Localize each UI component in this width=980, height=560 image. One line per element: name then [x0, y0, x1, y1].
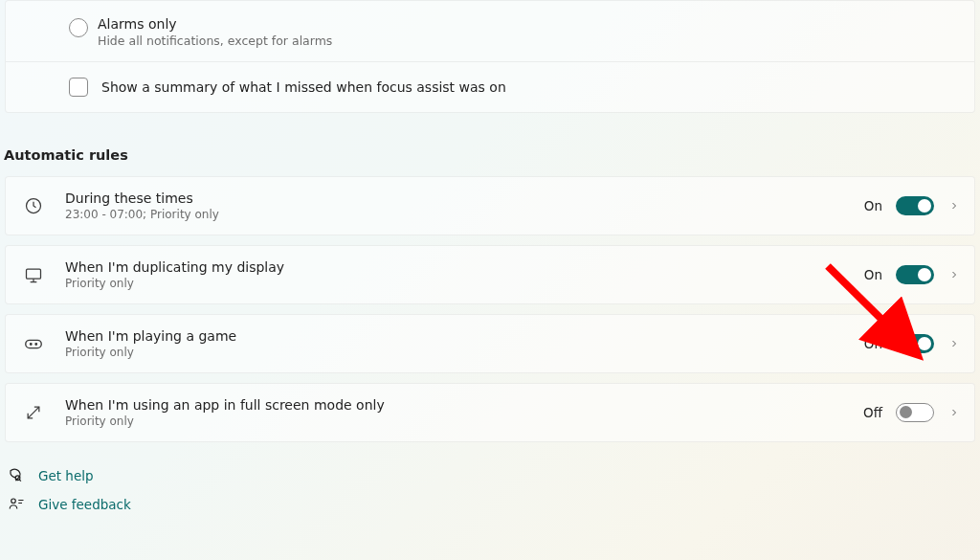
rule-fullscreen-app[interactable]: When I'm using an app in full screen mod…: [5, 383, 975, 442]
option-alarms-only-sub: Hide all notifications, except for alarm…: [98, 34, 332, 48]
help-icon: [8, 467, 25, 484]
chevron-right-icon[interactable]: [947, 199, 961, 213]
rule-duplicate-display[interactable]: When I'm duplicating my display Priority…: [5, 245, 975, 304]
svg-point-4: [35, 344, 36, 345]
chevron-right-icon[interactable]: [947, 337, 961, 350]
option-show-summary-label: Show a summary of what I missed when foc…: [101, 79, 506, 95]
help-links: Get help Give feedback: [8, 461, 980, 519]
toggle-state-label: On: [864, 336, 882, 351]
get-help-label: Get help: [38, 468, 94, 483]
rule-title: During these times: [65, 190, 219, 206]
game-controller-icon: [23, 333, 44, 354]
option-show-summary[interactable]: Show a summary of what I missed when foc…: [6, 61, 974, 112]
rule-sub: 23:00 - 07:00; Priority only: [65, 208, 219, 221]
rule-during-times[interactable]: During these times 23:00 - 07:00; Priori…: [5, 176, 975, 235]
svg-rect-2: [26, 340, 42, 347]
give-feedback-label: Give feedback: [38, 497, 131, 512]
rule-game-toggle[interactable]: [896, 334, 934, 353]
rule-title: When I'm using an app in full screen mod…: [65, 397, 385, 413]
rule-duplicate-display-toggle[interactable]: [896, 265, 934, 284]
chevron-right-icon[interactable]: [947, 268, 961, 281]
toggle-state-label: Off: [863, 405, 882, 420]
toggle-state-label: On: [864, 267, 882, 282]
focus-assist-options-panel: Alarms only Hide all notifications, exce…: [5, 0, 975, 113]
option-alarms-only-title: Alarms only: [98, 16, 332, 32]
give-feedback-link[interactable]: Give feedback: [8, 490, 980, 519]
chevron-right-icon[interactable]: [947, 406, 961, 419]
rule-playing-game[interactable]: When I'm playing a game Priority only On: [5, 314, 975, 373]
checkbox-icon: [69, 78, 88, 97]
rule-during-times-toggle[interactable]: [896, 196, 934, 215]
svg-point-3: [31, 344, 32, 345]
get-help-link[interactable]: Get help: [8, 461, 980, 490]
monitor-icon: [23, 264, 44, 285]
toggle-state-label: On: [864, 198, 882, 213]
rule-sub: Priority only: [65, 346, 236, 359]
option-alarms-only[interactable]: Alarms only Hide all notifications, exce…: [6, 1, 974, 61]
rule-fullscreen-toggle[interactable]: [896, 403, 934, 422]
rule-sub: Priority only: [65, 414, 385, 428]
automatic-rules-heading: Automatic rules: [4, 147, 980, 163]
svg-rect-1: [27, 269, 41, 279]
radio-icon: [69, 18, 88, 37]
rule-sub: Priority only: [65, 277, 284, 290]
clock-icon: [23, 195, 44, 216]
svg-point-6: [11, 499, 16, 504]
expand-icon: [23, 402, 44, 423]
rule-title: When I'm playing a game: [65, 328, 236, 344]
feedback-icon: [8, 496, 25, 513]
rule-title: When I'm duplicating my display: [65, 259, 284, 275]
